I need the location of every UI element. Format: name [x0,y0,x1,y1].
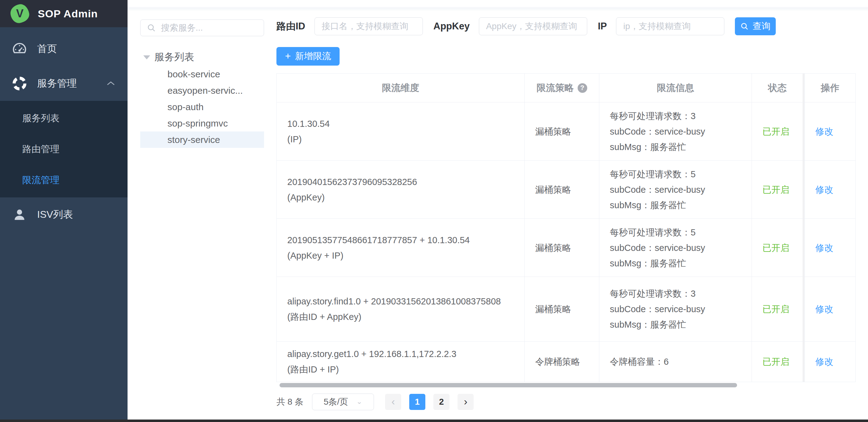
appkey-input[interactable] [479,17,587,35]
table-horizontal-scrollbar [277,383,855,388]
app-logo-letter: V [16,7,24,20]
row-info-line: 每秒可处理请求数：5 [610,225,741,240]
col-header-dimension: 限流维度 [277,74,525,102]
add-limit-button[interactable]: + 新增限流 [276,47,340,66]
tree-node-sop-springmvc[interactable]: sop-springmvc [140,115,264,131]
tree-node-book-service[interactable]: book-service [140,66,264,82]
route-id-label: 路由ID [276,20,305,33]
table-row: 20190513577548661718777857 + 10.1.30.54(… [277,219,855,277]
tree-node-story-service[interactable]: story-service [140,131,264,148]
row-dimension-type: (路由ID + IP) [287,362,514,377]
scrollbar-thumb[interactable] [280,383,737,387]
row-strategy: 漏桶策略 [535,182,588,197]
sidebar-item-home-label: 首页 [37,42,57,56]
sidebar-item-service-group[interactable]: 服务管理 [0,66,127,101]
route-id-input[interactable] [314,17,423,35]
row-strategy: 漏桶策略 [535,240,588,256]
row-dimension: 20190401562373796095328256 [287,174,514,190]
row-dimension: 20190513577548661718777857 + 10.1.30.54 [287,232,514,248]
pagination-total: 共 8 条 [276,396,303,408]
edit-link[interactable]: 修改 [815,124,845,139]
status-badge: 已开启 [763,124,792,139]
row-dimension-type: (路由ID + AppKey) [287,309,514,325]
edit-link[interactable]: 修改 [815,240,845,256]
caret-down-icon[interactable] [143,55,150,59]
add-limit-button-label: 新增限流 [295,50,331,63]
filter-bar: 路由ID AppKey IP 查询 [276,17,776,35]
help-icon[interactable]: ? [578,83,587,93]
page-size-value: 5条/页 [323,396,348,408]
sidebar-item-isv-label: ISV列表 [37,208,73,222]
table-row: alipay.story.get1.0 + 192.168.1.1,172.2.… [277,342,855,382]
row-dimension-type: (IP) [287,131,514,147]
table-row: 20190401562373796095328256(AppKey) 漏桶策略 … [277,161,855,219]
tree-root-label: 服务列表 [154,51,194,64]
edit-link[interactable]: 修改 [815,354,845,369]
col-header-info: 限流信息 [599,74,752,102]
page-button-2[interactable]: 2 [433,394,450,410]
search-button-label: 查询 [752,20,771,32]
tree-node-sop-auth[interactable]: sop-auth [140,99,264,115]
service-search-input[interactable] [161,23,260,33]
page-size-select[interactable]: 5条/页 ⌄ [312,393,374,410]
sidebar-item-limit-manage[interactable]: 限流管理 [0,165,127,196]
chevron-down-icon: ⌄ [356,398,363,405]
edit-link[interactable]: 修改 [815,301,845,317]
limit-table: 限流维度 限流策略 ? 限流信息 状态 操作 10.1.30.54(IP) 漏桶… [276,73,856,382]
sidebar-submenu: 服务列表 路由管理 限流管理 [0,101,127,197]
row-strategy: 令牌桶策略 [535,354,588,369]
ip-input[interactable] [616,17,724,35]
row-info-line: subCode：service-busy [610,182,741,197]
edit-link[interactable]: 修改 [815,182,845,197]
sidebar-item-home[interactable]: 首页 [0,32,127,66]
sidebar: V SOP Admin 首页 服务管理 服务列表 路由管理 [0,0,127,422]
row-dimension: alipay.story.find1.0 + 20190331562013861… [287,294,514,309]
col-header-status: 状态 [752,74,803,102]
sidebar-item-isv[interactable]: ISV列表 [0,197,127,232]
table-header-row: 限流维度 限流策略 ? 限流信息 状态 操作 [277,74,855,102]
row-dimension-type: (AppKey) [287,190,514,205]
row-dimension: alipay.story.get1.0 + 192.168.1.1,172.2.… [287,346,514,362]
row-info-line: 每秒可处理请求数：3 [610,108,741,124]
row-info-line: subCode：service-busy [610,301,741,317]
row-dimension: 10.1.30.54 [287,116,514,131]
prev-page-button[interactable]: ‹ [385,394,401,410]
app-logo-row: V SOP Admin [0,0,127,27]
page-button-1[interactable]: 1 [409,394,425,410]
search-button[interactable]: 查询 [735,17,776,35]
row-info-line: subMsg：服务器忙 [610,139,741,155]
sidebar-menu: 首页 服务管理 服务列表 路由管理 限流管理 ISV列表 [0,27,127,232]
next-page-button[interactable]: › [458,394,474,410]
dashboard-icon [10,40,29,58]
row-info-line: 每秒可处理请求数：5 [610,166,741,182]
app-root: V SOP Admin 首页 服务管理 服务列表 路由管理 [0,0,868,422]
row-info-line: subMsg：服务器忙 [610,256,741,271]
user-icon [10,206,29,224]
row-info-line: subCode：service-busy [610,240,741,256]
tree-node-easyopen-service[interactable]: easyopen-servic... [140,82,264,99]
search-icon [740,22,749,31]
row-strategy: 漏桶策略 [535,301,588,317]
service-icon [10,74,29,93]
row-info-line: subMsg：服务器忙 [610,317,741,332]
row-strategy: 漏桶策略 [535,124,588,139]
status-badge: 已开启 [763,301,792,317]
search-icon [147,23,156,32]
tree-root-node[interactable]: 服务列表 [140,50,264,65]
topbar [127,0,868,7]
tree-children: book-service easyopen-servic... sop-auth… [140,66,264,148]
table-row: alipay.story.find1.0 + 20190331562013861… [277,277,855,342]
row-info-line: 令牌桶容量：6 [610,354,741,369]
sidebar-item-service-list[interactable]: 服务列表 [0,103,127,134]
dock-edge [0,420,868,422]
sidebar-item-service-group-label: 服务管理 [37,77,77,90]
status-badge: 已开启 [763,354,792,369]
col-header-action: 操作 [805,74,855,102]
row-dimension-type: (AppKey + IP) [287,248,514,263]
row-info-line: 每秒可处理请求数：3 [610,286,741,301]
sidebar-item-route-manage[interactable]: 路由管理 [0,134,127,165]
table-row: 10.1.30.54(IP) 漏桶策略 每秒可处理请求数：3subCode：se… [277,102,855,161]
status-badge: 已开启 [763,182,792,197]
status-badge: 已开启 [763,240,792,256]
col-header-strategy: 限流策略 ? [525,74,599,102]
